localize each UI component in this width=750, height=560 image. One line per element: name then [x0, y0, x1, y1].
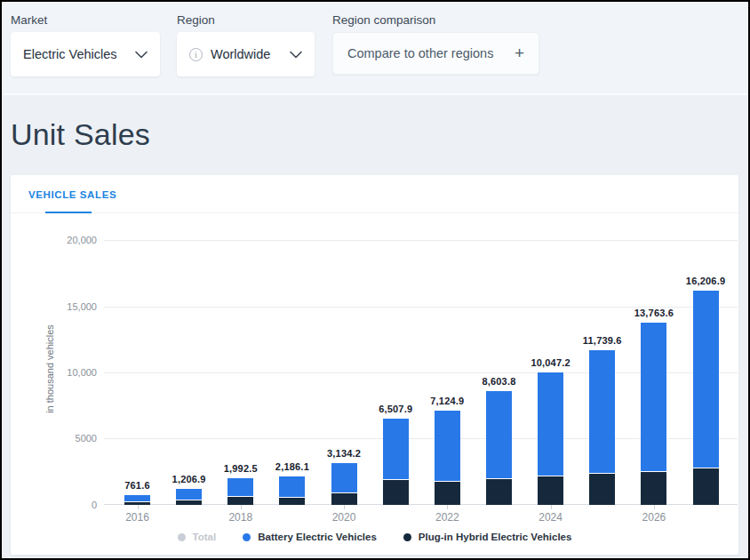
filter-bar: Market Electric Vehicles Region i Worldw… [2, 2, 748, 95]
x-tick-mark [241, 505, 242, 509]
legend-item-plug-in-hybrid-electric-vehicles[interactable]: Plug-in Hybrid Electric Vehicles [403, 532, 572, 542]
bar-segment-battery-electric[interactable] [124, 495, 150, 501]
chart-card: VEHICLE SALES in thousand vehicles 05000… [11, 175, 738, 555]
bar-segment-plugin-hybrid[interactable] [589, 473, 615, 505]
bar-segment-battery-electric[interactable] [641, 323, 666, 471]
x-tick-label: 2024 [531, 511, 570, 524]
bar-segment-battery-electric[interactable] [486, 391, 512, 478]
y-tick-label: 5000 [42, 433, 97, 444]
page-title: Unit Sales [11, 117, 150, 152]
bar-segment-battery-electric[interactable] [279, 476, 305, 497]
bar-segment-battery-electric[interactable] [176, 489, 202, 500]
legend-item-battery-electric-vehicles[interactable]: Battery Electric Vehicles [243, 532, 377, 542]
bar-segment-plugin-hybrid[interactable] [383, 479, 409, 505]
bar-segment-plugin-hybrid[interactable] [227, 496, 253, 505]
region-dropdown-value: Worldwide [211, 47, 270, 61]
bar-2024[interactable] [538, 372, 563, 505]
legend-dot [243, 533, 251, 541]
region-comparison-label: Region comparison [332, 13, 539, 27]
info-icon: i [189, 48, 203, 61]
bar-value-label: 7,124.9 [411, 396, 483, 406]
bar-2023[interactable] [486, 391, 512, 505]
x-tick-mark [138, 505, 139, 509]
bar-value-label: 8,603.8 [463, 376, 534, 387]
region-label: Region [177, 13, 315, 27]
y-tick-label: 0 [42, 500, 97, 510]
region-filter-group: Region i Worldwide [177, 13, 315, 76]
x-tick-label: 2020 [324, 511, 363, 524]
x-tick-label: 2026 [634, 511, 674, 524]
x-tick-mark [447, 505, 448, 509]
bar-2022[interactable] [435, 411, 460, 505]
x-tick-label: 2018 [221, 511, 260, 524]
legend-dot [178, 533, 186, 541]
legend-dot [403, 533, 411, 541]
bar-value-label: 13,763.6 [618, 308, 690, 318]
region-comparison-group: Region comparison Compare to other regio… [332, 13, 539, 75]
bar-segment-battery-electric[interactable] [331, 463, 357, 492]
legend-item-total[interactable]: Total [178, 532, 217, 542]
bar-segment-plugin-hybrid[interactable] [279, 497, 305, 505]
bar-segment-battery-electric[interactable] [538, 372, 563, 476]
bar-value-label: 10,047.2 [515, 357, 586, 368]
gridline [104, 240, 738, 241]
bar-segment-plugin-hybrid[interactable] [693, 468, 719, 505]
x-tick-label: 2016 [118, 511, 157, 524]
bar-2018[interactable] [227, 478, 253, 505]
bar-segment-plugin-hybrid[interactable] [435, 481, 460, 505]
unit-sales-chart: in thousand vehicles 0500010,00015,00020… [11, 175, 738, 555]
x-tick-mark [654, 505, 655, 509]
bar-segment-battery-electric[interactable] [227, 478, 253, 496]
market-filter-group: Market Electric Vehicles [11, 13, 160, 76]
region-dropdown[interactable]: i Worldwide [177, 32, 315, 76]
bar-segment-battery-electric[interactable] [383, 419, 409, 479]
chart-legend: TotalBattery Electric VehiclesPlug-in Hy… [11, 532, 738, 542]
bar-segment-battery-electric[interactable] [693, 291, 719, 468]
bar-2021[interactable] [383, 419, 409, 505]
bar-2020[interactable] [331, 463, 357, 505]
legend-label: Total [193, 532, 217, 542]
market-dropdown[interactable]: Electric Vehicles [11, 32, 160, 76]
bar-segment-plugin-hybrid[interactable] [124, 501, 150, 505]
bar-value-label: 1,206.9 [154, 474, 225, 484]
bar-value-label: 16,206.9 [670, 276, 741, 286]
compare-regions-button-label: Compare to other regions [347, 46, 493, 60]
bar-2025[interactable] [589, 350, 615, 505]
bar-value-label: 11,739.6 [567, 335, 638, 346]
bar-segment-plugin-hybrid[interactable] [538, 476, 563, 505]
x-tick-mark [344, 505, 345, 509]
bar-segment-plugin-hybrid[interactable] [331, 492, 357, 505]
y-tick-label: 15,000 [42, 301, 97, 312]
x-tick-mark [551, 505, 552, 509]
app-window: Market Electric Vehicles Region i Worldw… [0, 0, 750, 560]
bar-segment-plugin-hybrid[interactable] [641, 471, 666, 505]
compare-regions-button[interactable]: Compare to other regions + [332, 32, 539, 75]
bar-segment-battery-electric[interactable] [435, 411, 460, 481]
x-tick-label: 2022 [427, 511, 467, 524]
bar-segment-battery-electric[interactable] [589, 350, 615, 473]
legend-label: Battery Electric Vehicles [258, 532, 377, 542]
bar-2017[interactable] [176, 489, 202, 505]
bar-2027[interactable] [693, 291, 719, 505]
bar-segment-plugin-hybrid[interactable] [176, 500, 202, 505]
legend-label: Plug-in Hybrid Electric Vehicles [419, 532, 572, 542]
bar-2026[interactable] [641, 323, 666, 505]
chevron-down-icon [135, 51, 148, 59]
bar-2019[interactable] [279, 476, 305, 505]
y-tick-label: 10,000 [42, 367, 97, 378]
market-label: Market [11, 13, 160, 27]
plus-icon: + [515, 44, 524, 63]
chevron-down-icon [290, 51, 302, 59]
market-dropdown-value: Electric Vehicles [23, 47, 117, 61]
bar-value-label: 3,134.2 [308, 448, 379, 459]
bar-2016[interactable] [124, 495, 150, 505]
y-tick-label: 20,000 [42, 235, 97, 245]
bar-segment-plugin-hybrid[interactable] [486, 478, 512, 505]
bar-value-label: 2,186.1 [257, 461, 328, 472]
